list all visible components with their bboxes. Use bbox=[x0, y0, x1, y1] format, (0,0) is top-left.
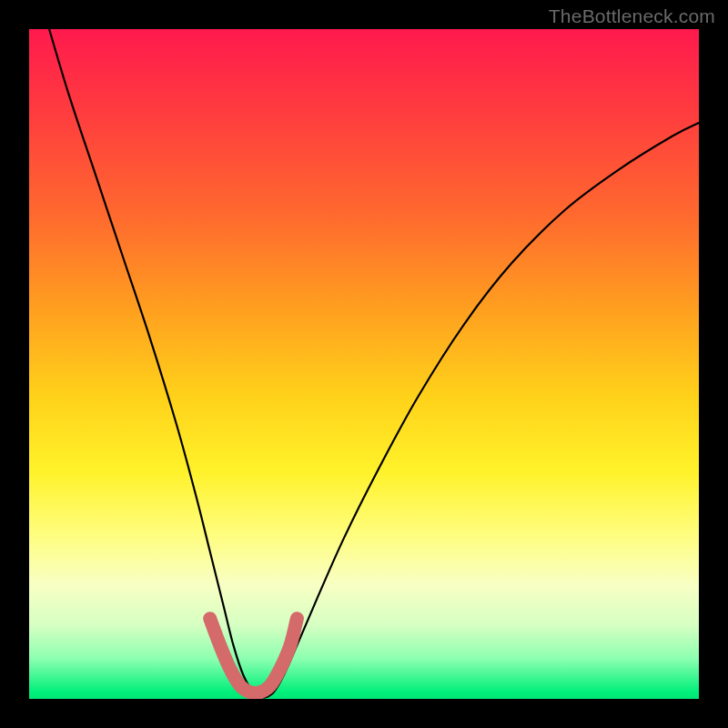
chart-svg bbox=[29, 29, 699, 699]
sweet-spot-overlay bbox=[210, 619, 298, 693]
bottleneck-curve bbox=[49, 29, 699, 698]
watermark-text: TheBottleneck.com bbox=[549, 5, 715, 27]
chart-frame: TheBottleneck.com bbox=[0, 0, 728, 728]
plot-area bbox=[29, 29, 699, 699]
